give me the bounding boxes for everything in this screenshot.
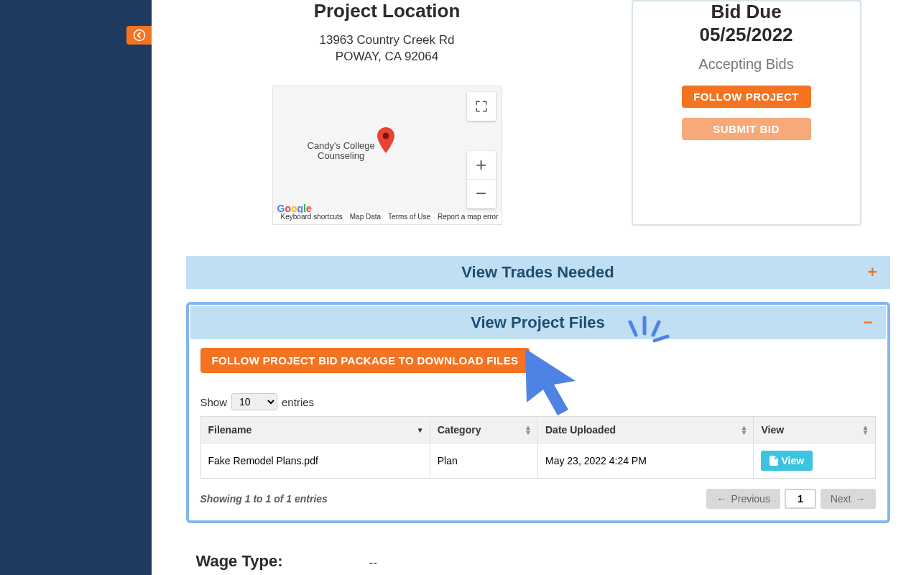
project-location-section: Project Location 13963 Country Creek Rd … [186,0,588,225]
pager-prev-button[interactable]: ← Previous [706,489,780,509]
wage-type-value: -- [369,556,377,570]
bid-due-heading: Bid Due [647,1,846,22]
project-files-table: Filename ▼ Category ▲▼ Date Uploaded ▲▼ [200,416,876,479]
col-filename[interactable]: Filename ▼ [200,417,430,443]
map-pin-icon [377,126,394,155]
address-line-1: 13963 Country Creek Rd [186,32,588,49]
bid-due-date: 05/25/2022 [647,24,846,46]
sort-icon: ▲▼ [741,425,748,435]
plus-icon: + [868,263,877,282]
map-shortcuts-link[interactable]: Keyboard shortcuts [281,213,343,224]
page-size-select[interactable]: 10 [231,393,277,410]
project-location-heading: Project Location [186,0,588,22]
map-zoom-out-button[interactable]: − [467,180,496,208]
follow-project-button[interactable]: FOLLOW PROJECT [682,86,811,108]
sidebar-collapse-button[interactable] [126,26,152,45]
fullscreen-icon [475,100,488,113]
map-zoom-controls: + − [467,151,496,208]
entries-label: entries [282,396,314,408]
col-view[interactable]: View ▲▼ [754,417,875,443]
arrow-right-icon: → [856,493,866,505]
view-project-files-header[interactable]: View Project Files − [190,306,886,339]
minus-icon: − [864,313,873,332]
map-fullscreen-button[interactable] [467,92,496,121]
pager-page-number: 1 [785,489,816,509]
map-poi-label: Candy's College Counseling [308,141,375,162]
col-category[interactable]: Category ▲▼ [430,417,537,443]
cell-category: Plan [430,443,537,479]
sidebar [0,0,152,575]
bid-status: Accepting Bids [647,56,846,73]
pager-next-button[interactable]: Next → [821,489,876,509]
cell-filename: Fake Remodel Plans.pdf [200,443,430,479]
map-attribution: Keyboard shortcuts Map Data Terms of Use… [273,213,502,224]
svg-point-0 [134,30,145,41]
pagination: ← Previous 1 Next → [706,489,875,509]
map-terms-link[interactable]: Terms of Use [388,213,430,224]
bid-card: Bid Due 05/25/2022 Accepting Bids FOLLOW… [632,0,861,226]
file-icon [770,456,778,466]
view-trades-needed-header[interactable]: View Trades Needed + [186,256,890,289]
view-project-files-label: View Project Files [471,313,605,332]
arrow-left-icon: ← [716,493,726,505]
wage-type-label: Wage Type: [196,552,283,571]
map-zoom-in-button[interactable]: + [467,151,496,180]
arrow-left-icon [133,29,146,42]
cell-view: View [754,443,875,479]
view-file-button[interactable]: View [761,451,813,471]
cell-uploaded: May 23, 2022 4:24 PM [537,443,753,479]
address-line-2: POWAY, CA 92064 [186,49,588,65]
table-info: Showing 1 to 1 of 1 entries [200,493,328,505]
sort-icon: ▲▼ [525,425,532,435]
sort-icon: ▲▼ [862,425,869,435]
follow-bid-package-button[interactable]: FOLLOW PROJECT BID PACKAGE TO DOWNLOAD F… [200,348,530,373]
col-date-uploaded[interactable]: Date Uploaded ▲▼ [537,417,753,443]
svg-point-1 [382,132,389,139]
location-map[interactable]: Candy's College Counseling + − Google Ke… [272,86,502,225]
main-content: Project Location 13963 Country Creek Rd … [152,0,924,575]
submit-bid-button[interactable]: SUBMIT BID [682,118,811,140]
show-label: Show [200,396,228,408]
map-report-link[interactable]: Report a map error [438,213,498,224]
wage-type-row: Wage Type: -- [186,552,890,571]
table-row: Fake Remodel Plans.pdf Plan May 23, 2022… [200,443,875,479]
sort-desc-icon: ▼ [417,428,424,433]
view-project-files-section: View Project Files − FOLLOW PROJECT BID … [186,302,890,523]
map-data-link[interactable]: Map Data [350,213,381,224]
view-trades-needed-label: View Trades Needed [461,263,614,282]
